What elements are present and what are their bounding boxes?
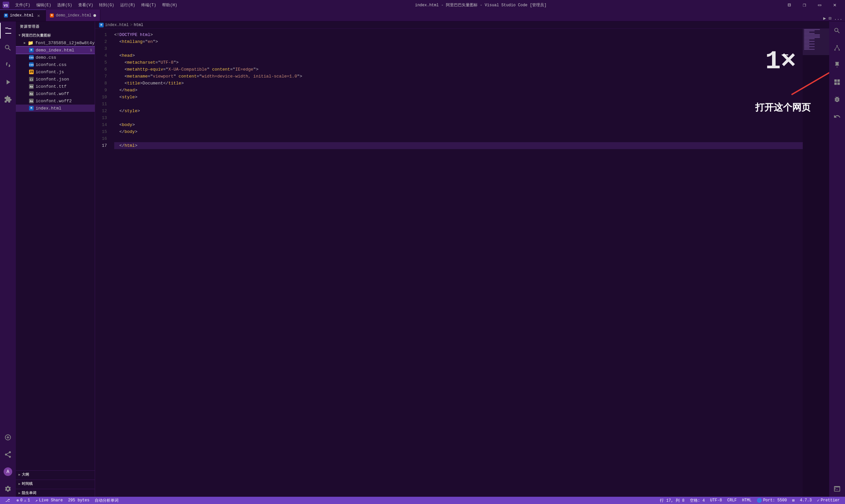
menu-view[interactable]: 查看(V)	[75, 2, 96, 8]
file-icon-iconfont-ttf: Aa	[29, 84, 34, 89]
code-line-8: <title>Document</title>	[114, 80, 803, 87]
right-search-icon[interactable]	[829, 23, 845, 39]
statusbar-prettier[interactable]: ✓ Prettier	[814, 497, 842, 504]
file-iconfont-woff[interactable]: Aa iconfont.woff	[16, 90, 95, 97]
tab-label-index: index.html	[10, 13, 34, 18]
statusbar-spaces[interactable]: 空格: 4	[687, 497, 708, 504]
breadcrumb-separator: >	[130, 23, 133, 28]
statusbar-language[interactable]: HTML	[739, 497, 754, 504]
svg-point-7	[839, 50, 840, 51]
file-icon-css: CSS	[29, 55, 34, 60]
activity-run-debug[interactable]	[0, 74, 16, 90]
minimap-viewport	[803, 29, 829, 55]
indent-icon: ⊞	[792, 498, 794, 503]
menu-select[interactable]: 选择(S)	[54, 2, 75, 8]
resource-manager-header[interactable]: ▼ 阿里巴巴矢量图标	[16, 32, 95, 39]
tab-close-index[interactable]: ✕	[36, 13, 41, 18]
tab-bar: H index.html ✕ H demo_index.html ▶ ⊟ ...	[0, 10, 845, 21]
activity-explorer[interactable]	[0, 23, 16, 39]
file-label-iconfont-ttf: iconfont.ttf	[36, 84, 67, 89]
run-button[interactable]: ▶	[823, 16, 826, 21]
file-iconfont-json[interactable]: {} iconfont.json	[16, 75, 95, 83]
statusbar-git[interactable]: ⎇	[3, 497, 14, 504]
tab-index-html[interactable]: H index.html ✕	[0, 10, 46, 21]
activity-liveshare[interactable]	[0, 447, 16, 463]
outline-header[interactable]: ▶ 大纲	[16, 471, 95, 478]
file-iconfont-css[interactable]: CSS iconfont.css	[16, 61, 95, 68]
line-num-5: 5	[95, 59, 109, 66]
menu-run[interactable]: 运行(R)	[118, 2, 138, 8]
chevron-right-icon: ▶	[24, 41, 26, 45]
file-label-demo-css: demo.css	[36, 55, 56, 60]
menu-help[interactable]: 帮助(H)	[159, 2, 180, 8]
code-content[interactable]: <!DOCTYPE html> <html lang="en"> <head> …	[111, 29, 803, 497]
statusbar-analysis[interactable]: 自动分析单词	[92, 497, 121, 504]
right-pin-icon[interactable]	[829, 57, 845, 73]
file-icon-iconfont-woff2: Aa	[29, 98, 34, 103]
line-num-6: 6	[95, 66, 109, 73]
statusbar-bytes[interactable]: 295 bytes	[65, 497, 92, 504]
sidebar-title: 资源管理器	[16, 21, 95, 32]
activity-settings[interactable]	[0, 481, 16, 497]
activity-source-control[interactable]	[0, 57, 16, 73]
npm-label: 阻生单词	[22, 490, 36, 496]
svg-line-9	[837, 46, 839, 49]
menu-terminal[interactable]: 终端(T)	[139, 2, 159, 8]
line-num-7: 7	[95, 73, 109, 80]
menu-file[interactable]: 文件(F)	[13, 2, 33, 8]
timeline-header[interactable]: ▶ 时间线	[16, 480, 95, 487]
prettier-label: Prettier	[821, 498, 840, 503]
file-label-iconfont-json: iconfont.json	[36, 77, 69, 82]
subfolder-item[interactable]: ▶ 📁 font_3785858_i2jm8w8t4y	[16, 39, 95, 47]
statusbar-port[interactable]: 🌐 Port: 5500	[754, 497, 790, 504]
file-icon-iconfont-woff: Aa	[29, 91, 34, 96]
error-count: 0	[20, 498, 22, 503]
file-label-iconfont-css: iconfont.css	[36, 62, 67, 67]
right-terminal-icon[interactable]	[829, 481, 845, 497]
line-num-4: 4	[95, 52, 109, 59]
file-label-iconfont-woff2: iconfont.woff2	[36, 98, 72, 104]
code-line-6: <meta http-equiv="X-UA-Compatible" conte…	[114, 66, 803, 73]
file-iconfont-js[interactable]: JS iconfont.js	[16, 68, 95, 75]
file-demo-index[interactable]: H demo_index.html 1	[16, 47, 95, 54]
activity-account[interactable]: A	[0, 464, 16, 480]
close-button[interactable]: ✕	[827, 0, 842, 10]
maximize-button[interactable]: ❐	[797, 0, 812, 10]
restore-button[interactable]: ▭	[812, 0, 827, 10]
activity-search[interactable]	[0, 40, 16, 56]
port-label: Port: 5500	[763, 498, 787, 503]
right-grid-icon[interactable]	[829, 74, 845, 90]
breadcrumb-file[interactable]: H index.html	[99, 23, 129, 28]
right-undo-icon[interactable]	[829, 109, 845, 124]
statusbar-encoding[interactable]: UTF-8	[707, 497, 724, 504]
tab-demo-index-html[interactable]: H demo_index.html	[46, 10, 100, 21]
minimize-button[interactable]: ⊟	[781, 0, 797, 10]
code-line-11	[114, 101, 803, 108]
statusbar-position[interactable]: 行 17, 列 8	[657, 497, 687, 504]
split-editor-button[interactable]: ⊟	[828, 16, 831, 21]
statusbar-line-ending[interactable]: CRLF	[724, 497, 739, 504]
file-index-html[interactable]: H index.html	[16, 105, 95, 112]
menu-goto[interactable]: 转到(G)	[96, 2, 117, 8]
statusbar-version[interactable]: 4.7.3	[797, 497, 814, 504]
statusbar-liveshare[interactable]: ↗ Live Share	[33, 497, 65, 504]
breadcrumb-html[interactable]: html	[134, 23, 143, 28]
tab-file-icon-html: H	[4, 14, 8, 17]
file-demo-css[interactable]: CSS demo.css	[16, 54, 95, 61]
statusbar-errors[interactable]: ⊗ 0 ⚠ 1	[14, 497, 33, 504]
activity-extensions[interactable]	[0, 91, 16, 107]
bytes-label: 295 bytes	[68, 498, 89, 503]
right-source-control-icon[interactable]	[829, 40, 845, 56]
statusbar-indent[interactable]: ⊞	[790, 497, 797, 504]
more-actions-button[interactable]: ...	[834, 16, 842, 21]
file-iconfont-ttf[interactable]: Aa iconfont.ttf	[16, 83, 95, 90]
file-iconfont-woff2[interactable]: Aa iconfont.woff2	[16, 97, 95, 105]
subfolder-label: font_3785858_i2jm8w8t4y	[35, 40, 94, 46]
line-num-8: 8	[95, 80, 109, 87]
menu-edit[interactable]: 编辑(E)	[34, 2, 54, 8]
line-num-17: 17	[95, 142, 109, 149]
right-bug-icon[interactable]	[829, 91, 845, 107]
code-editor[interactable]: 1 2 3 4 5 6 7 8 9 10 11 12 13 14 15 16 1…	[95, 29, 829, 497]
npm-header[interactable]: ▶ 阻生单词	[16, 489, 95, 497]
activity-remote[interactable]	[0, 430, 16, 445]
